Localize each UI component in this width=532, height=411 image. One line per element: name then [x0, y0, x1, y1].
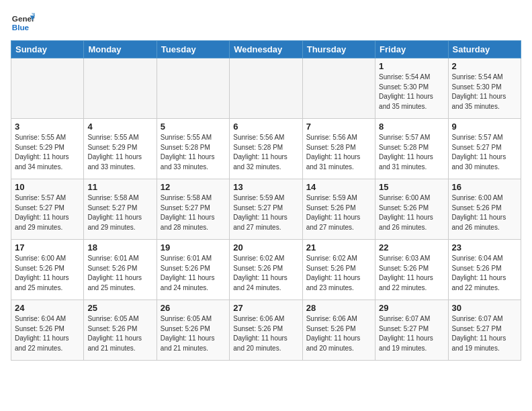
calendar-cell: 30Sunrise: 6:07 AM Sunset: 5:27 PM Dayli… [448, 300, 521, 361]
weekday-thursday: Thursday [302, 41, 375, 58]
calendar-cell: 21Sunrise: 6:02 AM Sunset: 5:26 PM Dayli… [302, 240, 375, 300]
day-number: 29 [379, 303, 444, 313]
day-number: 11 [87, 182, 152, 192]
day-number: 7 [306, 122, 371, 132]
day-number: 17 [15, 242, 80, 253]
calendar-cell: 16Sunrise: 6:00 AM Sunset: 5:26 PM Dayli… [448, 179, 521, 240]
page-header: General Blue [11, 11, 521, 35]
day-info: Sunrise: 5:57 AM Sunset: 5:28 PM Dayligh… [379, 133, 444, 172]
day-info: Sunrise: 5:57 AM Sunset: 5:27 PM Dayligh… [15, 193, 80, 232]
calendar-cell: 3Sunrise: 5:55 AM Sunset: 5:29 PM Daylig… [11, 119, 84, 179]
day-number: 4 [87, 122, 152, 132]
day-number: 22 [379, 242, 444, 253]
calendar-cell: 14Sunrise: 5:59 AM Sunset: 5:26 PM Dayli… [302, 179, 375, 240]
calendar-week-1: 1Sunrise: 5:54 AM Sunset: 5:30 PM Daylig… [11, 58, 521, 119]
day-info: Sunrise: 5:57 AM Sunset: 5:27 PM Dayligh… [452, 133, 517, 172]
calendar-cell: 8Sunrise: 5:57 AM Sunset: 5:28 PM Daylig… [375, 119, 448, 179]
calendar-cell: 20Sunrise: 6:02 AM Sunset: 5:26 PM Dayli… [230, 240, 302, 300]
day-info: Sunrise: 5:54 AM Sunset: 5:30 PM Dayligh… [379, 73, 444, 111]
logo: General Blue [11, 11, 35, 35]
day-number: 14 [306, 182, 371, 192]
day-number: 2 [452, 61, 517, 71]
calendar-cell: 1Sunrise: 5:54 AM Sunset: 5:30 PM Daylig… [375, 58, 448, 119]
day-info: Sunrise: 6:07 AM Sunset: 5:27 PM Dayligh… [379, 314, 444, 353]
svg-text:Blue: Blue [12, 23, 30, 32]
calendar-cell: 26Sunrise: 6:05 AM Sunset: 5:26 PM Dayli… [157, 300, 229, 361]
calendar-cell: 12Sunrise: 5:58 AM Sunset: 5:27 PM Dayli… [157, 179, 229, 240]
calendar-cell: 27Sunrise: 6:06 AM Sunset: 5:26 PM Dayli… [230, 300, 302, 361]
weekday-monday: Monday [84, 41, 157, 58]
calendar-cell: 19Sunrise: 6:01 AM Sunset: 5:26 PM Dayli… [157, 240, 229, 300]
weekday-sunday: Sunday [11, 41, 84, 58]
day-info: Sunrise: 6:02 AM Sunset: 5:26 PM Dayligh… [306, 254, 371, 293]
calendar-cell: 13Sunrise: 5:59 AM Sunset: 5:27 PM Dayli… [230, 179, 302, 240]
calendar-cell: 24Sunrise: 6:04 AM Sunset: 5:26 PM Dayli… [11, 300, 84, 361]
calendar-week-2: 3Sunrise: 5:55 AM Sunset: 5:29 PM Daylig… [11, 119, 521, 179]
day-number: 16 [452, 182, 517, 192]
day-number: 5 [161, 122, 226, 132]
calendar-cell [11, 58, 84, 119]
calendar-cell: 29Sunrise: 6:07 AM Sunset: 5:27 PM Dayli… [375, 300, 448, 361]
day-number: 15 [379, 182, 444, 192]
day-info: Sunrise: 6:00 AM Sunset: 5:26 PM Dayligh… [379, 193, 444, 232]
calendar-cell: 17Sunrise: 6:00 AM Sunset: 5:26 PM Dayli… [11, 240, 84, 300]
weekday-friday: Friday [375, 41, 448, 58]
day-number: 28 [306, 303, 371, 313]
day-info: Sunrise: 5:56 AM Sunset: 5:28 PM Dayligh… [306, 133, 371, 172]
day-info: Sunrise: 5:58 AM Sunset: 5:27 PM Dayligh… [161, 193, 226, 232]
day-info: Sunrise: 6:03 AM Sunset: 5:26 PM Dayligh… [379, 254, 444, 293]
day-info: Sunrise: 6:05 AM Sunset: 5:26 PM Dayligh… [87, 314, 152, 353]
day-info: Sunrise: 5:59 AM Sunset: 5:26 PM Dayligh… [306, 193, 371, 232]
weekday-tuesday: Tuesday [157, 41, 229, 58]
day-info: Sunrise: 6:01 AM Sunset: 5:26 PM Dayligh… [87, 254, 152, 293]
day-info: Sunrise: 6:07 AM Sunset: 5:27 PM Dayligh… [452, 314, 517, 353]
calendar-table: SundayMondayTuesdayWednesdayThursdayFrid… [11, 40, 521, 361]
day-number: 9 [452, 122, 517, 132]
day-number: 6 [233, 122, 298, 132]
day-info: Sunrise: 5:59 AM Sunset: 5:27 PM Dayligh… [233, 193, 298, 232]
day-number: 25 [87, 303, 152, 313]
day-number: 19 [161, 242, 226, 253]
weekday-header-row: SundayMondayTuesdayWednesdayThursdayFrid… [11, 41, 521, 58]
day-number: 1 [379, 61, 444, 71]
day-number: 10 [15, 182, 80, 192]
calendar-cell: 2Sunrise: 5:54 AM Sunset: 5:30 PM Daylig… [448, 58, 521, 119]
calendar-cell [230, 58, 302, 119]
weekday-wednesday: Wednesday [230, 41, 302, 58]
day-info: Sunrise: 6:00 AM Sunset: 5:26 PM Dayligh… [452, 193, 517, 232]
day-info: Sunrise: 6:06 AM Sunset: 5:26 PM Dayligh… [233, 314, 298, 353]
day-info: Sunrise: 5:58 AM Sunset: 5:27 PM Dayligh… [87, 193, 152, 232]
calendar-cell: 9Sunrise: 5:57 AM Sunset: 5:27 PM Daylig… [448, 119, 521, 179]
day-number: 13 [233, 182, 298, 192]
calendar-cell: 11Sunrise: 5:58 AM Sunset: 5:27 PM Dayli… [84, 179, 157, 240]
calendar-cell [302, 58, 375, 119]
day-info: Sunrise: 6:04 AM Sunset: 5:26 PM Dayligh… [15, 314, 80, 353]
calendar-week-4: 17Sunrise: 6:00 AM Sunset: 5:26 PM Dayli… [11, 240, 521, 300]
calendar-week-5: 24Sunrise: 6:04 AM Sunset: 5:26 PM Dayli… [11, 300, 521, 361]
day-info: Sunrise: 5:54 AM Sunset: 5:30 PM Dayligh… [452, 73, 517, 111]
day-info: Sunrise: 6:02 AM Sunset: 5:26 PM Dayligh… [233, 254, 298, 293]
calendar-cell: 23Sunrise: 6:04 AM Sunset: 5:26 PM Dayli… [448, 240, 521, 300]
calendar-cell: 22Sunrise: 6:03 AM Sunset: 5:26 PM Dayli… [375, 240, 448, 300]
day-number: 30 [452, 303, 517, 313]
day-number: 8 [379, 122, 444, 132]
day-info: Sunrise: 5:55 AM Sunset: 5:28 PM Dayligh… [161, 133, 226, 172]
calendar-cell: 5Sunrise: 5:55 AM Sunset: 5:28 PM Daylig… [157, 119, 229, 179]
day-info: Sunrise: 5:56 AM Sunset: 5:28 PM Dayligh… [233, 133, 298, 172]
day-info: Sunrise: 6:06 AM Sunset: 5:26 PM Dayligh… [306, 314, 371, 353]
calendar-week-3: 10Sunrise: 5:57 AM Sunset: 5:27 PM Dayli… [11, 179, 521, 240]
day-number: 27 [233, 303, 298, 313]
day-number: 21 [306, 242, 371, 253]
calendar-cell: 28Sunrise: 6:06 AM Sunset: 5:26 PM Dayli… [302, 300, 375, 361]
day-number: 12 [161, 182, 226, 192]
day-number: 24 [15, 303, 80, 313]
day-info: Sunrise: 6:01 AM Sunset: 5:26 PM Dayligh… [161, 254, 226, 293]
calendar-cell [84, 58, 157, 119]
day-info: Sunrise: 6:04 AM Sunset: 5:26 PM Dayligh… [452, 254, 517, 293]
svg-text:General: General [12, 14, 35, 23]
calendar-cell: 18Sunrise: 6:01 AM Sunset: 5:26 PM Dayli… [84, 240, 157, 300]
logo-icon: General Blue [11, 11, 35, 35]
day-number: 20 [233, 242, 298, 253]
day-number: 23 [452, 242, 517, 253]
day-number: 3 [15, 122, 80, 132]
